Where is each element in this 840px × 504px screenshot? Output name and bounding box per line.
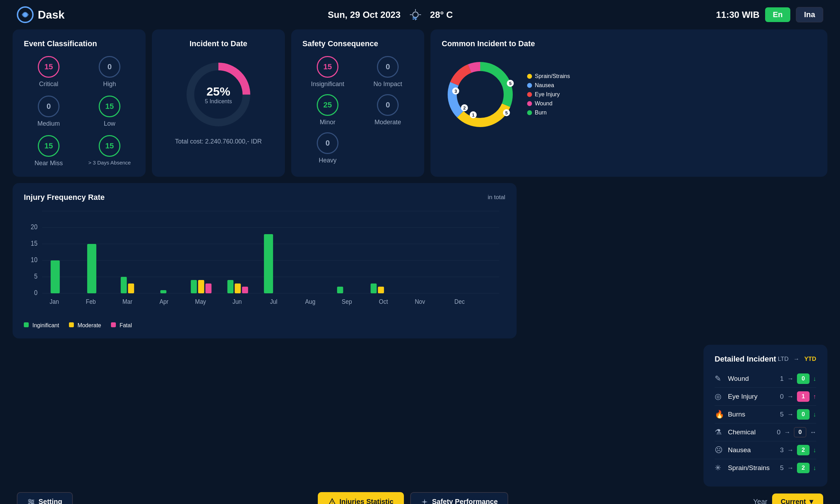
svg-text:15: 15 bbox=[31, 239, 37, 247]
svg-text:Sep: Sep bbox=[342, 298, 352, 305]
arrow-label: → bbox=[793, 356, 799, 363]
sprain-icon: ✳ bbox=[715, 463, 724, 472]
footer-center: ! Injuries Statistic Safety Performance bbox=[318, 492, 508, 504]
ltd-label: LTD bbox=[778, 356, 789, 363]
time-label: 11:30 WIB bbox=[716, 9, 760, 20]
detail-name-nausea: Nausea bbox=[728, 446, 770, 454]
setting-button[interactable]: Setting bbox=[17, 492, 73, 504]
logo: Dask bbox=[17, 6, 65, 23]
safety-performance-button[interactable]: Safety Performance bbox=[410, 492, 508, 504]
svg-text:5: 5 bbox=[34, 272, 37, 280]
detail-header: Detailed Incident LTD → YTD bbox=[715, 355, 816, 364]
lang-en-button[interactable]: En bbox=[765, 7, 790, 22]
detail-title: Detailed Incident bbox=[715, 355, 776, 364]
donut-subtitle: 5 Indicents bbox=[205, 98, 232, 105]
donut-center: 25% 5 Indicents bbox=[205, 85, 232, 105]
footer-right: Year Current ▼ bbox=[753, 493, 823, 504]
legend-label-sprain: Sprain/Strains bbox=[535, 73, 570, 79]
event-circle-medium: 0 bbox=[38, 96, 59, 117]
header-center: Sun, 29 Oct 2023 28° C bbox=[328, 8, 453, 21]
bar-may-fatal bbox=[205, 284, 211, 293]
circle-heavy: 0 bbox=[317, 132, 338, 154]
event-circle-low: 15 bbox=[99, 96, 120, 117]
legend-burn: Burn bbox=[527, 110, 570, 116]
svg-text:Mar: Mar bbox=[122, 298, 133, 305]
top-row: Event Classification 15 Critical 0 High … bbox=[0, 29, 840, 177]
event-item-critical: 15 Critical bbox=[24, 56, 74, 88]
setting-label: Setting bbox=[38, 498, 62, 504]
detail-ltd-wound: 1 bbox=[773, 375, 784, 383]
detail-ltd-sprain: 5 bbox=[773, 464, 784, 472]
bar-jun-fatal bbox=[242, 287, 248, 293]
svg-point-52 bbox=[32, 501, 34, 503]
svg-point-1 bbox=[23, 13, 27, 17]
consequence-moderate: 0 Moderate bbox=[363, 94, 413, 126]
trend-down-wound: ↓ bbox=[813, 375, 816, 383]
bar-jul-insig bbox=[264, 234, 273, 293]
event-item-low: 15 Low bbox=[85, 96, 134, 127]
event-circle-absence: 15 bbox=[99, 135, 120, 157]
header-right: 11:30 WIB En Ina bbox=[716, 7, 823, 22]
year-select-button[interactable]: Current ▼ bbox=[772, 493, 823, 504]
detail-ytd-wound: 0 bbox=[797, 373, 810, 384]
common-incident-title: Common Incident to Date bbox=[442, 39, 816, 48]
consequence-minor: 25 Minor bbox=[302, 94, 353, 126]
injury-freq-subtitle: in total bbox=[488, 194, 505, 201]
legend-label-wound: Wound bbox=[535, 100, 552, 107]
event-label-nearmiss: Near Miss bbox=[34, 160, 63, 167]
bar-chart-svg: 0 5 10 15 20 bbox=[24, 208, 505, 316]
event-circle-nearmiss: 15 bbox=[38, 135, 59, 157]
trend-down-burns: ↓ bbox=[813, 411, 816, 418]
detail-ytd-eyeinjury: 1 bbox=[797, 391, 810, 402]
bar-mar-moderate bbox=[128, 284, 134, 293]
warning-icon: ! bbox=[328, 498, 336, 504]
legend-eyeinjury: Eye Injury bbox=[527, 91, 570, 98]
incident-title: Incident to Date bbox=[189, 39, 247, 48]
donut-legend: Sprain/Strains Nausea Eye Injury Wound B… bbox=[527, 73, 570, 116]
event-label-absence: > 3 Days Absence bbox=[88, 160, 131, 166]
detail-name-chemical: Chemical bbox=[728, 428, 766, 436]
svg-text:Dec: Dec bbox=[454, 298, 464, 305]
legend-sq-moderate bbox=[69, 322, 74, 327]
detail-ltd-chemical: 0 bbox=[770, 428, 780, 436]
label-heavy: Heavy bbox=[318, 157, 336, 164]
common-donut-chart: 5 3 2 1 5 bbox=[442, 56, 519, 133]
event-item-nearmiss: 15 Near Miss bbox=[24, 135, 74, 167]
consequence-insignificant: 15 Insignificant bbox=[302, 56, 353, 88]
event-label-medium: Medium bbox=[37, 120, 60, 127]
legend-sq-fatal bbox=[111, 322, 116, 327]
detail-row-burns: 🔥 Burns 5 → 0 ↓ bbox=[715, 406, 816, 424]
svg-text:3: 3 bbox=[454, 89, 457, 94]
event-classification-card: Event Classification 15 Critical 0 High … bbox=[13, 29, 146, 177]
label-insignificant: Insignificant bbox=[311, 80, 344, 88]
sparkle-icon bbox=[421, 498, 428, 504]
lang-ina-button[interactable]: Ina bbox=[796, 7, 823, 22]
bar-jun-insig bbox=[227, 280, 233, 293]
chemical-icon: ⚗ bbox=[715, 428, 724, 437]
donut-percentage: 25% bbox=[205, 85, 232, 98]
weather-icon bbox=[409, 8, 422, 21]
detail-ytd-nausea: 2 bbox=[797, 445, 810, 455]
injuries-statistic-button[interactable]: ! Injuries Statistic bbox=[318, 492, 404, 504]
event-label-low: Low bbox=[104, 120, 115, 127]
circle-minor: 25 bbox=[317, 94, 338, 116]
legend-nausea: Nausea bbox=[527, 82, 570, 89]
legend-moderate: Moderate bbox=[69, 322, 101, 329]
detail-ltd-burns: 5 bbox=[773, 411, 784, 418]
legend-dot-wound bbox=[527, 101, 532, 106]
legend-label-burn: Burn bbox=[535, 110, 547, 116]
bar-sep-insig bbox=[337, 287, 343, 293]
svg-text:10: 10 bbox=[31, 256, 37, 264]
label-noimpact: No Impact bbox=[373, 80, 402, 88]
header: Dask Sun, 29 Oct 2023 28° C 11:30 WIB En… bbox=[0, 0, 840, 29]
bar-may-insig bbox=[191, 280, 197, 293]
svg-text:5: 5 bbox=[509, 81, 511, 86]
svg-point-2 bbox=[413, 12, 418, 18]
label-minor: Minor bbox=[320, 119, 335, 126]
common-incident-card: Common Incident to Date 5 bbox=[430, 29, 827, 177]
svg-text:May: May bbox=[195, 298, 206, 305]
legend-wound: Wound bbox=[527, 100, 570, 107]
common-incident-content: 5 3 2 1 5 Sprain/Strains Nausea bbox=[442, 56, 816, 133]
event-grid: 15 Critical 0 High 0 Medium 15 Low 15 Ne… bbox=[24, 56, 134, 167]
event-circle-critical: 15 bbox=[38, 56, 59, 78]
